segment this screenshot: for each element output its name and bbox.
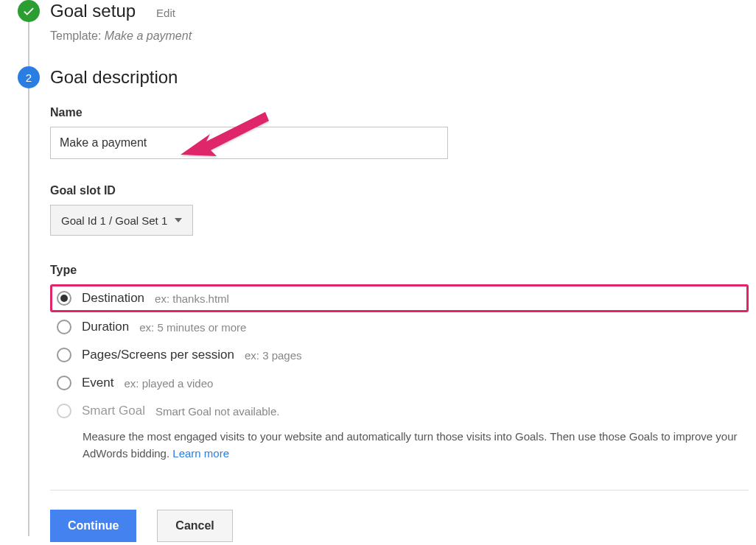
radio-label: Destination [82, 291, 144, 306]
radio-hint: Smart Goal not available. [155, 405, 279, 418]
radio-hint: ex: played a video [124, 377, 213, 390]
step-number: 2 [26, 71, 32, 84]
radio-button[interactable] [57, 348, 71, 362]
type-radio-list: Destinationex: thanks.htmlDurationex: 5 … [50, 284, 749, 424]
slot-label: Goal slot ID [50, 184, 749, 197]
learn-more-link[interactable]: Learn more [172, 447, 229, 460]
template-name: Make a payment [105, 29, 192, 42]
radio-button [57, 404, 71, 418]
divider [50, 490, 749, 490]
type-label: Type [50, 264, 749, 277]
smart-goal-description: Measure the most engaged visits to your … [83, 429, 746, 462]
type-option-duration: Durationex: 5 minutes or more [52, 314, 749, 340]
radio-button[interactable] [57, 320, 71, 334]
type-option-destination: Destinationex: thanks.html [50, 284, 749, 312]
slot-value: Goal Id 1 / Goal Set 1 [61, 214, 167, 227]
radio-hint: ex: 5 minutes or more [139, 321, 246, 334]
step2-title: Goal description [50, 66, 178, 88]
edit-link[interactable]: Edit [156, 7, 175, 19]
type-option-event: Eventex: played a video [52, 370, 749, 396]
type-option-smart-goal: Smart GoalSmart Goal not available. [52, 398, 749, 424]
radio-label: Smart Goal [82, 404, 145, 418]
type-option-pages-screens-per-session: Pages/Screens per sessionex: 3 pages [52, 342, 749, 368]
continue-button[interactable]: Continue [50, 510, 136, 542]
radio-label: Duration [82, 320, 129, 334]
name-input[interactable] [50, 127, 448, 159]
template-info: Template: Make a payment [50, 29, 749, 43]
slot-dropdown[interactable]: Goal Id 1 / Goal Set 1 [50, 205, 193, 236]
radio-button[interactable] [57, 291, 71, 306]
radio-dot [60, 295, 68, 302]
checkmark-icon [18, 0, 40, 22]
step1-title: Goal setup [50, 0, 136, 22]
radio-label: Pages/Screens per session [82, 348, 234, 362]
step-number-icon: 2 [18, 66, 40, 88]
name-label: Name [50, 106, 749, 119]
radio-hint: ex: 3 pages [245, 349, 302, 362]
template-prefix: Template: [50, 29, 101, 42]
cancel-button[interactable]: Cancel [157, 510, 232, 542]
caret-down-icon [175, 218, 182, 222]
radio-hint: ex: thanks.html [155, 292, 229, 305]
radio-label: Event [82, 376, 113, 390]
radio-button[interactable] [57, 376, 71, 390]
